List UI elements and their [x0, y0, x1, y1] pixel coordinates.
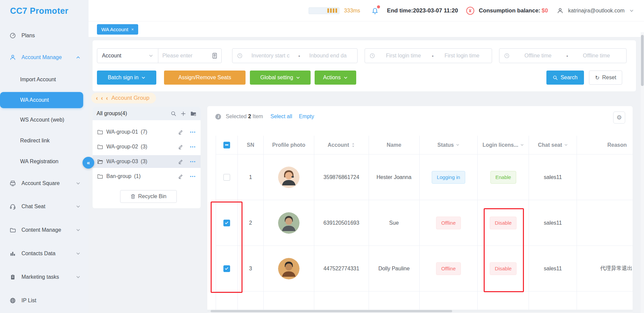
chevron-down-icon — [76, 275, 80, 279]
reset-button[interactable]: ↻ Reset — [589, 71, 622, 85]
user-email[interactable]: katrinajra@outlook.com — [568, 8, 625, 14]
sidebar-item-chat-seat[interactable]: Chat Seat — [0, 195, 89, 218]
global-setting-button[interactable]: Global setting — [250, 71, 311, 85]
sidebar-item-import-account[interactable]: Import Account — [0, 69, 89, 91]
group-row-wa-group-01[interactable]: WA-group-01 (7) ••• — [93, 126, 201, 138]
balance-label: Consumption balance: — [479, 7, 540, 14]
header-checkbox-cell — [216, 136, 238, 154]
horizontal-scrollbar[interactable] — [207, 310, 633, 313]
license-badge: Disable — [490, 217, 517, 229]
sidebar-item-label: Account Manage — [21, 54, 62, 60]
vertical-scrollbar-thumb[interactable] — [641, 35, 644, 86]
chevron-down-icon[interactable] — [629, 8, 634, 13]
sidebar: CC7 Promoter Plans Account Manage Import… — [0, 0, 89, 313]
more-actions-icon[interactable]: ••• — [190, 160, 196, 164]
vertical-scrollbar[interactable] — [641, 32, 644, 313]
group-count: (3) — [141, 144, 148, 150]
all-groups-label: All groups(4) — [97, 110, 167, 117]
sidebar-item-label: Content Manage — [21, 227, 61, 233]
more-actions-icon[interactable]: ••• — [190, 145, 196, 149]
add-group-icon[interactable] — [180, 111, 186, 117]
sidebar-item-plans[interactable]: Plans — [0, 25, 89, 46]
inventory-date-range[interactable]: Inventory start c - Inbound end da — [232, 48, 358, 63]
search-icon — [553, 75, 558, 80]
sidebar-item-wa-registration[interactable]: WA Registration — [0, 151, 89, 172]
empty-link[interactable]: Empty — [299, 114, 314, 120]
sidebar-item-contacts-data[interactable]: Contacts Data — [0, 242, 89, 265]
sidebar-item-ws-account-web[interactable]: WS Account (web) — [0, 109, 89, 130]
breadcrumb-label: Account Group — [111, 95, 149, 101]
sidebar-item-redirect-link[interactable]: Redirect link — [0, 130, 89, 151]
account-group-breadcrumb[interactable]: ‹ ‹ ‹ Account Group — [91, 93, 156, 103]
input-placeholder: Please enter — [162, 53, 193, 59]
table-header-row: SN Profile photo Account Name Status Log… — [216, 136, 633, 154]
tab-wa-account[interactable]: WA Account × — [97, 24, 138, 35]
selected-label: Selected 2 Item — [226, 114, 263, 120]
license-badge: Disable — [490, 262, 517, 275]
group-row-ban-group[interactable]: Ban-group (1) ••• — [93, 170, 201, 183]
search-icon[interactable] — [171, 111, 176, 117]
cell-reason — [577, 200, 633, 245]
select-all-checkbox[interactable] — [223, 142, 230, 148]
status-badge: Offline — [436, 262, 461, 275]
assign-remove-seats-button[interactable]: Assign/Remove Seats — [164, 71, 246, 85]
chevron-down-icon — [76, 204, 80, 209]
filter-value-input[interactable]: Please enter — [158, 49, 221, 63]
sort-icon — [351, 143, 355, 147]
actions-button[interactable]: Actions — [315, 71, 356, 85]
group-row-wa-group-03[interactable]: WA-group-03 (3) ••• — [93, 155, 201, 168]
cell-account: 447522774331 — [314, 246, 369, 291]
filter-field-select[interactable]: Account — [97, 49, 158, 63]
edit-icon[interactable] — [178, 129, 183, 135]
edit-icon[interactable] — [178, 174, 183, 179]
column-header-status[interactable]: Status — [420, 136, 478, 154]
column-header-account[interactable]: Account — [314, 136, 369, 154]
remove-folder-icon[interactable] — [190, 111, 197, 117]
sidebar-item-account-manage[interactable]: Account Manage — [0, 46, 89, 69]
search-button[interactable]: Search — [546, 71, 584, 85]
filter-card: Account Please enter Inventory start c -… — [93, 40, 636, 91]
back-chevrons-icon: ‹ ‹ ‹ — [96, 95, 109, 102]
recycle-bin-button[interactable]: Recycle Bin — [120, 190, 177, 203]
notification-bell-icon[interactable] — [371, 7, 379, 15]
folder-icon — [9, 227, 16, 233]
horizontal-scrollbar-thumb[interactable] — [211, 310, 452, 312]
sidebar-item-content-manage[interactable]: Content Manage — [0, 218, 89, 242]
first-login-date-range[interactable]: First login time - First login time — [365, 48, 492, 63]
offline-date-range[interactable]: Offline time - Offline time — [499, 48, 627, 63]
trash-icon — [130, 194, 136, 199]
status-badge: Offline — [436, 217, 461, 229]
user-icon — [9, 54, 16, 61]
row-checkbox[interactable] — [223, 265, 230, 272]
cell-sn: 3 — [238, 246, 264, 291]
group-name: WA-group-01 — [106, 129, 138, 135]
sidebar-item-ip-list[interactable]: IP List — [0, 289, 89, 312]
more-actions-icon[interactable]: ••• — [190, 130, 196, 134]
batch-sign-in-button[interactable]: Batch sign in — [97, 71, 156, 85]
edit-icon[interactable] — [178, 144, 183, 149]
group-row-wa-group-02[interactable]: WA-group-02 (3) ••• — [93, 140, 201, 153]
address-book-icon[interactable] — [212, 53, 217, 59]
chevron-down-icon — [296, 76, 300, 80]
sidebar-item-label: IP List — [21, 298, 36, 304]
more-actions-icon[interactable]: ••• — [190, 174, 196, 178]
account-group-panel: All groups(4) WA-group-01 (7) ••• WA-gro… — [93, 107, 201, 208]
row-checkbox[interactable] — [223, 174, 230, 181]
gear-icon: ⚙ — [616, 114, 622, 121]
edit-icon[interactable] — [178, 159, 183, 164]
sidebar-item-account-square[interactable]: Account Square — [0, 172, 89, 195]
sidebar-item-label: Chat Seat — [21, 204, 45, 210]
sidebar-item-marketing-tasks[interactable]: Marketing tasks — [0, 265, 89, 289]
end-time-label: End time:2023-03-07 11:20 — [387, 7, 458, 14]
balance-value: $0 — [542, 7, 548, 14]
collapse-sidebar-button[interactable]: « — [83, 157, 94, 169]
table-settings-button[interactable]: ⚙ — [613, 111, 625, 124]
row-checkbox[interactable] — [223, 220, 230, 226]
select-all-link[interactable]: Select all — [270, 114, 292, 120]
column-header-chat-seat[interactable]: Chat seat — [529, 136, 577, 154]
close-icon[interactable]: × — [131, 27, 134, 32]
column-header-login-license[interactable]: Login licens... — [478, 136, 529, 154]
sidebar-item-wa-account[interactable]: WA Account — [0, 92, 83, 108]
column-header-reason: Reason — [577, 136, 633, 154]
logo: CC7 Promoter — [0, 0, 89, 21]
